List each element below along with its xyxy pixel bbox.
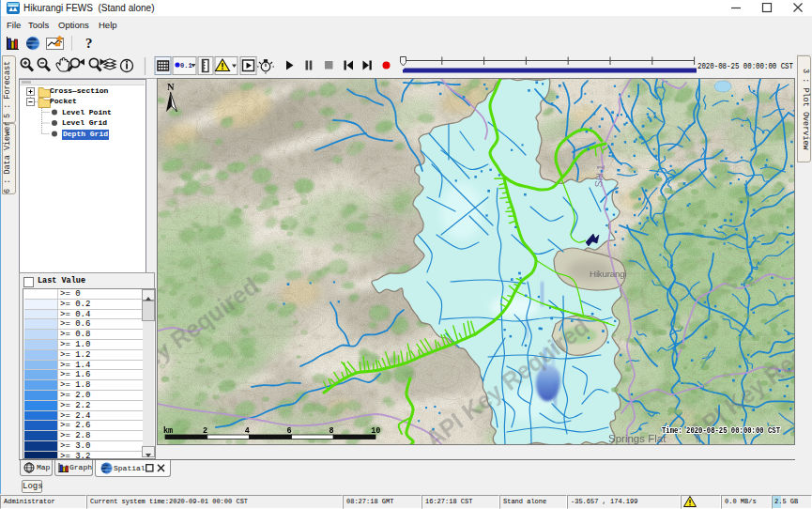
svg-text:Springs Flat: Springs Flat xyxy=(608,433,666,444)
svg-text:?: ? xyxy=(85,36,93,51)
svg-text:Hikurangi: Hikurangi xyxy=(590,269,627,279)
svg-text:8: 8 xyxy=(329,426,333,436)
svg-text:10: 10 xyxy=(371,426,380,436)
svg-text:4: 4 xyxy=(245,426,250,436)
svg-text:6: 6 xyxy=(287,426,292,436)
svg-text:2020-08-25 00:00:00 CST: 2020-08-25 00:00:00 CST xyxy=(697,62,793,71)
svg-text:km: km xyxy=(163,426,173,436)
svg-text:N: N xyxy=(167,82,175,92)
svg-text:0.1: 0.1 xyxy=(180,62,192,69)
svg-text:Time: 2020-08-25 00:00:00 CST: Time: 2020-08-25 00:00:00 CST xyxy=(662,426,780,436)
svg-text:2: 2 xyxy=(203,426,207,436)
